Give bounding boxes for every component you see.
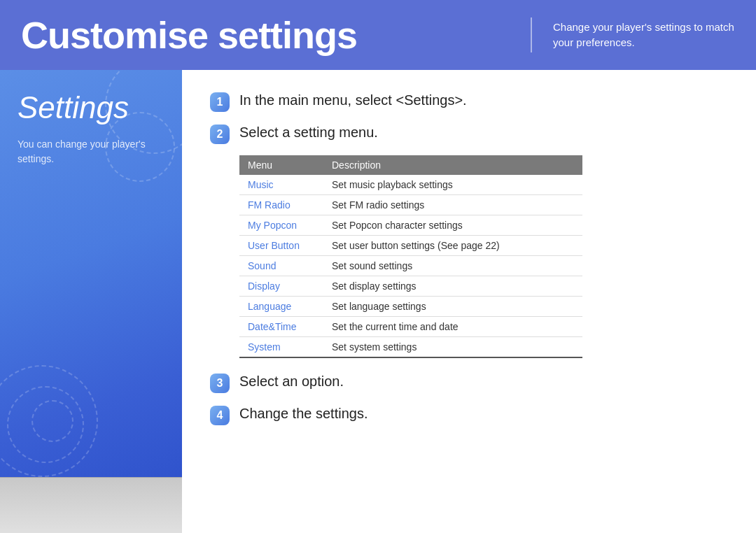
gear-decoration-mid xyxy=(105,112,175,182)
page-header: Customise settings Change your player's … xyxy=(0,0,756,70)
table-cell-menu: FM Radio xyxy=(239,195,323,215)
table-cell-menu: System xyxy=(239,337,323,358)
table-header-row: Menu Description xyxy=(239,155,582,175)
header-right: Change your player's settings to match y… xyxy=(510,17,735,52)
step-4-text: Change the settings. xyxy=(239,404,368,422)
table-cell-description: Set music playback settings xyxy=(323,175,582,195)
table-cell-menu: Sound xyxy=(239,256,323,276)
table-row: MusicSet music playback settings xyxy=(239,175,582,195)
gear-decoration-bottom-small xyxy=(31,400,74,442)
table-row: Date&TimeSet the current time and date xyxy=(239,317,582,337)
table-cell-menu: Date&Time xyxy=(239,317,323,337)
table-row: DisplaySet display settings xyxy=(239,276,582,297)
table-row: SoundSet sound settings xyxy=(239,256,582,276)
page-title: Customise settings xyxy=(21,13,357,57)
table-cell-menu: User Button xyxy=(239,236,323,256)
table-row: SystemSet system settings xyxy=(239,337,582,358)
step-1-badge: 1 xyxy=(210,92,230,112)
header-divider xyxy=(531,17,532,52)
step-3-badge: 3 xyxy=(210,374,230,393)
main-content: Settings You can change your player's se… xyxy=(0,70,756,533)
table-cell-menu: Music xyxy=(239,175,323,195)
step-1: 1 In the main menu, select <Settings>. xyxy=(210,91,728,112)
step-3-text: Select an option. xyxy=(239,372,344,390)
step-3: 3 Select an option. xyxy=(210,372,728,393)
step-1-text: In the main menu, select <Settings>. xyxy=(239,91,467,109)
table-row: LanguageSet language settings xyxy=(239,297,582,317)
table-cell-description: Set FM radio settings xyxy=(323,195,582,215)
step-4-badge: 4 xyxy=(210,406,230,425)
table-cell-description: Set language settings xyxy=(323,297,582,317)
sidebar-bottom-reflection xyxy=(0,477,182,533)
table-cell-description: Set Popcon character settings xyxy=(323,215,582,236)
step-2-badge: 2 xyxy=(210,125,230,144)
sidebar: Settings You can change your player's se… xyxy=(0,70,182,533)
content-area: 1 In the main menu, select <Settings>. 2… xyxy=(182,70,756,533)
step-4: 4 Change the settings. xyxy=(210,404,728,425)
table-cell-menu: Display xyxy=(239,276,323,297)
step-2-text: Select a setting menu. xyxy=(239,123,378,141)
header-description: Change your player's settings to match y… xyxy=(553,20,735,51)
table-cell-menu: My Popcon xyxy=(239,215,323,236)
table-row: My PopconSet Popcon character settings xyxy=(239,215,582,236)
col-description: Description xyxy=(323,155,582,175)
table-cell-description: Set display settings xyxy=(323,276,582,297)
table-row: User ButtonSet user button settings (See… xyxy=(239,236,582,256)
table-cell-description: Set system settings xyxy=(323,337,582,358)
col-menu: Menu xyxy=(239,155,323,175)
table-cell-menu: Language xyxy=(239,297,323,317)
step-2: 2 Select a setting menu. xyxy=(210,123,728,144)
table-cell-description: Set the current time and date xyxy=(323,317,582,337)
table-row: FM RadioSet FM radio settings xyxy=(239,195,582,215)
table-cell-description: Set sound settings xyxy=(323,256,582,276)
table-cell-description: Set user button settings (See page 22) xyxy=(323,236,582,256)
settings-table: Menu Description MusicSet music playback… xyxy=(239,155,582,358)
